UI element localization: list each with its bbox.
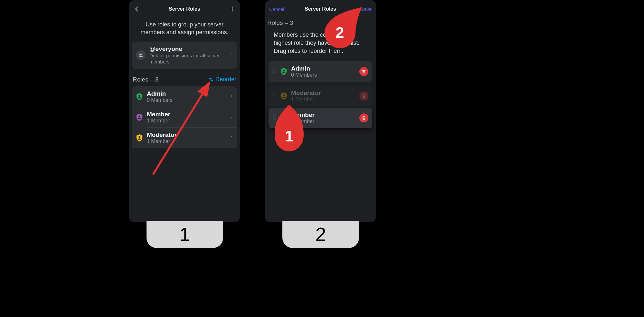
svg-point-21 [273, 115, 274, 116]
everyone-role-card[interactable]: @everyone Default permissions for all se… [132, 42, 237, 69]
roles-count-label: Roles – 3 [133, 76, 158, 83]
svg-point-14 [273, 93, 274, 94]
svg-point-26 [275, 119, 276, 120]
chevron-right-icon [230, 114, 233, 120]
page-title: Server Roles [169, 6, 200, 12]
chevron-right-icon [230, 135, 233, 141]
header: Server Roles [129, 0, 240, 17]
everyone-name: @everyone [149, 45, 226, 53]
trash-icon [362, 69, 366, 74]
role-name: Admin [291, 65, 355, 72]
svg-point-17 [275, 95, 276, 96]
role-name: Member [291, 111, 355, 119]
svg-point-3 [141, 54, 142, 55]
svg-point-23 [273, 117, 274, 118]
svg-point-27 [283, 116, 285, 118]
reorder-role-row-dragging[interactable]: Member 1 Member [269, 108, 372, 128]
sort-icon [208, 77, 213, 82]
trash-icon [362, 116, 366, 120]
page-title: Server Roles [305, 6, 336, 12]
drag-handle-icon [272, 92, 276, 100]
svg-point-12 [275, 72, 276, 73]
people-icon [136, 50, 146, 60]
delete-role-button [359, 91, 368, 101]
role-members: 1 Member [291, 119, 355, 124]
svg-point-15 [275, 93, 276, 94]
role-members: 1 Member [147, 118, 226, 124]
add-icon[interactable] [229, 5, 236, 13]
delete-role-button[interactable] [359, 113, 368, 122]
role-item[interactable]: Admin 0 Members [132, 86, 237, 107]
svg-point-4 [138, 95, 140, 97]
description-text: Use roles to group your server members a… [132, 17, 237, 42]
role-members: 1 Member [147, 139, 226, 144]
svg-point-13 [283, 70, 285, 72]
step-label-2: 2 [282, 221, 359, 248]
svg-point-20 [283, 94, 285, 96]
shield-icon [136, 113, 143, 121]
svg-point-7 [273, 68, 274, 69]
svg-point-10 [275, 70, 276, 71]
reorder-role-row-ghost: Moderator 1 Member [269, 86, 372, 106]
shield-icon [280, 68, 287, 75]
svg-point-25 [273, 119, 274, 120]
trash-icon [362, 94, 366, 98]
role-name: Moderator [291, 90, 355, 97]
svg-point-11 [273, 72, 274, 73]
shield-icon [136, 93, 143, 101]
drag-handle-icon[interactable] [272, 68, 276, 75]
screenshot-2: Cancel Server Roles Save Roles – 3 Membe… [265, 0, 376, 222]
role-members: 0 Members [147, 97, 226, 103]
cancel-button[interactable]: Cancel [269, 6, 284, 12]
shield-icon [280, 92, 287, 100]
reorder-role-row[interactable]: Admin 0 Members [269, 61, 372, 82]
role-name: Admin [147, 90, 226, 97]
shield-icon [280, 114, 287, 122]
role-item[interactable]: Moderator 1 Member [132, 128, 237, 148]
chevron-right-icon [230, 52, 233, 58]
reorder-button[interactable]: Reorder [208, 76, 236, 83]
role-list: Admin 0 Members Member 1 Member Moderato… [132, 86, 237, 148]
svg-point-2 [139, 53, 141, 55]
shield-icon [136, 134, 143, 142]
role-members: 0 Members [291, 72, 355, 78]
svg-point-6 [138, 136, 140, 138]
svg-point-5 [138, 115, 140, 117]
role-members: 1 Member [291, 97, 355, 102]
everyone-sub: Default permissions for all server membe… [149, 53, 226, 65]
drag-handle-icon[interactable] [272, 114, 276, 121]
svg-point-8 [275, 68, 276, 69]
reorder-description: Members use the colour of the highest ro… [269, 28, 372, 61]
svg-point-9 [273, 70, 274, 71]
screenshot-1: Server Roles Use roles to group your ser… [129, 0, 240, 222]
svg-point-24 [275, 117, 276, 118]
back-icon[interactable] [133, 5, 140, 13]
role-item[interactable]: Member 1 Member [132, 107, 237, 128]
header: Cancel Server Roles Save [265, 0, 376, 17]
reorder-label: Reorder [215, 76, 236, 83]
save-button[interactable]: Save [361, 6, 372, 12]
step-label-1: 1 [147, 221, 223, 248]
svg-point-22 [275, 115, 276, 116]
role-name: Moderator [147, 131, 226, 139]
svg-point-18 [273, 97, 274, 98]
roles-count-label: Roles – 3 [266, 17, 372, 28]
role-name: Member [147, 111, 226, 118]
svg-point-16 [273, 95, 274, 96]
delete-role-button[interactable] [359, 67, 368, 76]
svg-point-19 [275, 97, 276, 98]
chevron-right-icon [230, 93, 233, 100]
